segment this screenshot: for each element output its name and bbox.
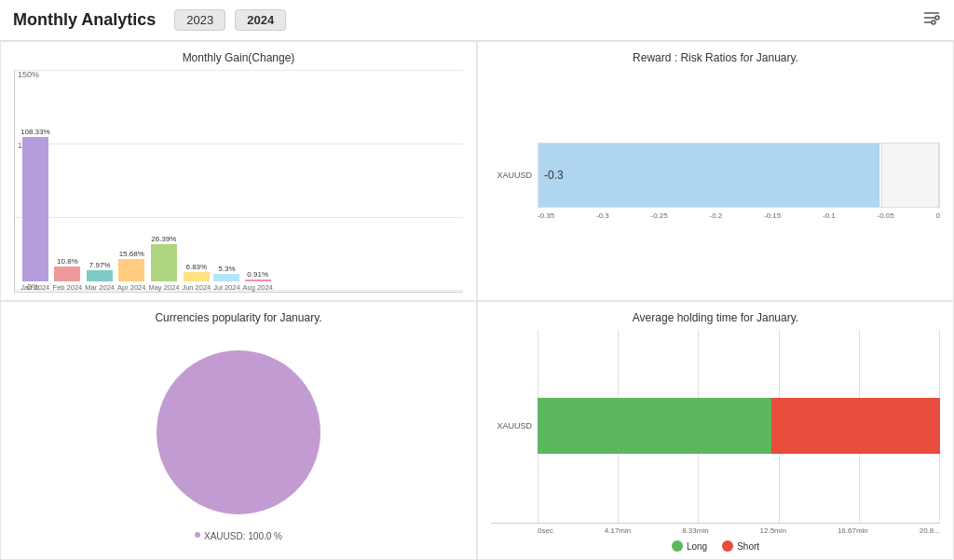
monthly-gain-panel: Monthly Gain(Change) 150% 100% 50% 0%: [0, 41, 477, 301]
risk-ratio-panel: Reward : Risk Ratios for January. XAUUSD: [477, 41, 954, 301]
svg-point-5: [157, 350, 320, 514]
holding-time-chart: XAUUSD 0sec 4.17min 8.33min 12.5min 16.6…: [491, 330, 940, 553]
page-title: Monthly Analytics: [13, 10, 156, 30]
hx-2: 8.33min: [682, 526, 708, 535]
bar-rect-jan: [22, 137, 48, 281]
bar-jan: 108.33% Jan 2024: [20, 128, 50, 292]
x-label-015: -0.15: [764, 212, 781, 220]
currencies-panel: Currencies popularity for January. XAUUS…: [0, 301, 477, 561]
bar-jul: 5.3% Jul 2024: [213, 265, 239, 292]
bar-apr: 15.68% Apr 2024: [117, 250, 145, 292]
bar-feb: 10.8% Feb 2024: [53, 257, 83, 292]
legend-long-label: Long: [687, 541, 707, 552]
legend-short: Short: [722, 540, 759, 552]
bar-jun: 6.83% Jun 2024: [182, 263, 211, 292]
hx-0: 0sec: [538, 526, 553, 535]
hx-4: 16.67min: [838, 526, 868, 535]
svg-point-3: [935, 16, 939, 20]
x-label-0: 0: [935, 212, 939, 220]
bar-rect-feb: [54, 266, 80, 281]
hx-1: 4.17min: [605, 526, 631, 535]
x-label-035: -0.35: [538, 212, 554, 220]
holding-legend: Long Short: [491, 540, 940, 552]
bar-rect-apr: [118, 259, 144, 281]
bar-rect-may: [151, 244, 177, 281]
bar-mar: 7.97% Mar 2024: [85, 261, 115, 292]
risk-symbol: XAUUSD: [491, 171, 538, 180]
risk-bar-value: -0.3: [544, 169, 564, 182]
holding-bar-area: XAUUSD: [491, 330, 940, 525]
x-label-02: -0.2: [709, 212, 722, 220]
filter-icon[interactable]: [922, 10, 941, 30]
hx-3: 12.5min: [760, 526, 786, 535]
monthly-gain-chart: 150% 100% 50% 0%: [14, 70, 463, 293]
pie-chart-container: XAUUSD: 100.0 %: [14, 330, 463, 553]
holding-track: [538, 398, 940, 454]
bar-rect-mar: [87, 270, 113, 281]
x-label-01: -0.1: [823, 212, 836, 220]
risk-ratio-title: Reward : Risk Ratios for January.: [491, 51, 940, 64]
holding-symbol: XAUUSD: [491, 421, 538, 430]
legend-long-dot: [672, 540, 683, 552]
hx-5: 20.8...: [920, 526, 940, 535]
pie-label: XAUUSD: 100.0 %: [204, 531, 282, 541]
year-tab-2023[interactable]: 2023: [174, 9, 225, 31]
x-label-005: -0.05: [878, 212, 894, 220]
holding-long-bar: [538, 398, 771, 454]
svg-point-4: [932, 20, 935, 24]
holding-time-panel: Average holding time for January. XAUUSD: [477, 301, 954, 561]
bars-container: 108.33% Jan 2024 10.8% Feb 2024: [15, 70, 463, 292]
bar-rect-jul: [213, 274, 239, 281]
legend-short-label: Short: [737, 541, 759, 552]
monthly-gain-title: Monthly Gain(Change): [14, 51, 463, 64]
x-label-025: -0.25: [651, 212, 668, 220]
risk-ratio-chart: XAUUSD: [491, 70, 940, 293]
bar-rect-aug: [245, 280, 271, 281]
charts-grid: Monthly Gain(Change) 150% 100% 50% 0%: [0, 41, 954, 560]
holding-time-title: Average holding time for January.: [491, 311, 940, 324]
holding-short-bar: [771, 398, 940, 454]
bar-may: 26.39% May 2024: [148, 235, 179, 292]
holding-x-labels: 0sec 4.17min 8.33min 12.5min 16.67min 20…: [491, 526, 940, 535]
year-tab-2024[interactable]: 2024: [235, 9, 286, 31]
header: Monthly Analytics 2023 2024: [0, 0, 954, 41]
x-label-03: -0.3: [596, 212, 609, 220]
holding-hbar-row: XAUUSD: [491, 398, 940, 454]
pie-chart: [145, 339, 332, 526]
app-container: Monthly Analytics 2023 2024 Monthly Gain…: [0, 0, 954, 560]
currencies-title: Currencies popularity for January.: [14, 311, 463, 324]
bar-rect-jun: [184, 272, 210, 281]
risk-bar: -0.3: [538, 143, 879, 207]
legend-long: Long: [672, 540, 707, 552]
legend-short-dot: [722, 540, 733, 552]
bar-aug: 0.91% Aug 2024: [243, 270, 273, 292]
